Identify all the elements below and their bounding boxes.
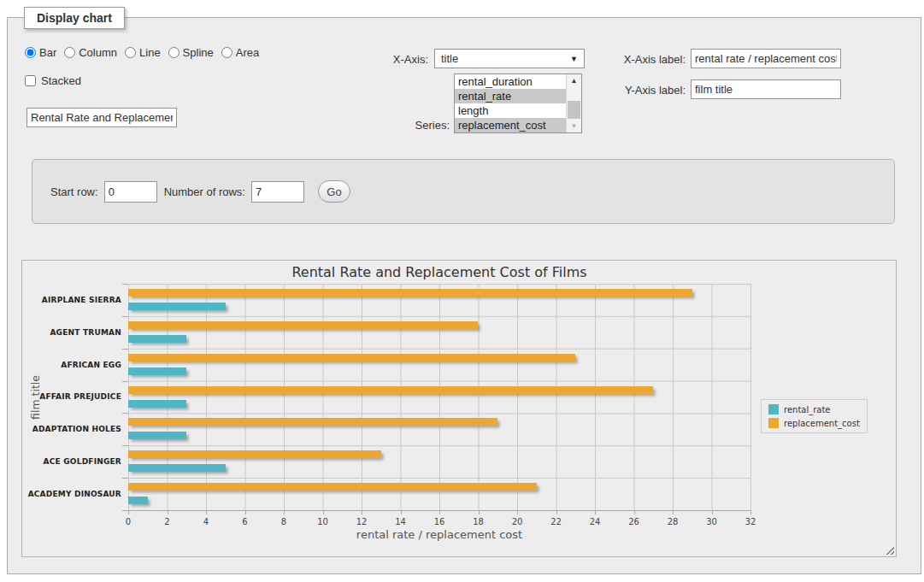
bar-replacement_cost[interactable] (128, 450, 381, 458)
chart-title-input[interactable] (26, 108, 177, 127)
resize-grip-icon[interactable] (884, 544, 894, 555)
chart-type-radio-area[interactable] (221, 47, 232, 58)
y-axis-label-input[interactable] (691, 79, 841, 99)
rows-form: Start row: Number of rows: Go (32, 159, 895, 224)
value-tick-label: 0 (113, 517, 144, 526)
chart-type-option-label: Spline (183, 46, 214, 59)
panel-legend: Display chart (24, 7, 125, 29)
value-tick-label: 26 (619, 517, 650, 526)
category-label: AFRICAN EGG (22, 349, 121, 381)
value-tick (634, 510, 635, 514)
stacked-checkbox[interactable] (25, 75, 36, 86)
legend-item-replacement_cost[interactable]: replacement_cost (768, 418, 860, 428)
plot-area (128, 284, 751, 511)
page: Display chart BarColumnLineSplineArea St… (0, 0, 924, 582)
bar-rental_rate[interactable] (128, 464, 226, 472)
chart-type-radio-spline[interactable] (168, 47, 180, 58)
chart-type-option-area[interactable]: Area (221, 46, 259, 59)
series-option-rental_duration[interactable]: rental_duration (455, 74, 566, 89)
value-tick (439, 510, 440, 514)
x-axis-selected-value: title (441, 52, 570, 65)
value-tick (168, 510, 168, 514)
chart-type-option-bar[interactable]: Bar (25, 46, 56, 59)
category-tick (122, 316, 128, 317)
bar-rental_rate[interactable] (128, 303, 226, 310)
category-band (128, 445, 750, 478)
category-tick (122, 478, 128, 479)
bar-rental_rate[interactable] (128, 497, 148, 504)
value-tick (712, 510, 713, 514)
bar-rental_rate[interactable] (128, 432, 186, 439)
scroll-up-icon[interactable]: ▲ (567, 74, 581, 87)
chart-type-radio-bar[interactable] (25, 47, 36, 58)
value-tick (128, 510, 129, 514)
bar-rental_rate[interactable] (128, 400, 186, 408)
legend-item-rental_rate[interactable]: rental_rate (768, 404, 860, 414)
value-tick (673, 510, 674, 514)
value-tick-label: 20 (502, 517, 533, 526)
scrollbar-thumb[interactable] (568, 101, 580, 119)
chart-type-option-label: Column (79, 46, 117, 59)
bar-rental_rate[interactable] (128, 335, 186, 343)
series-option-rental_rate[interactable]: rental_rate (455, 89, 566, 103)
x-axis-title: rental rate / replacement cost (128, 528, 750, 541)
start-row-label: Start row: (50, 185, 98, 198)
category-label: ACE GOLDFINGER (22, 445, 121, 478)
chart-title: Rental Rate and Replacement Cost of Film… (128, 264, 750, 280)
value-tick (401, 510, 402, 514)
value-tick (517, 510, 518, 514)
x-axis-select-label: X-Axis: (343, 53, 428, 66)
value-tick (323, 510, 324, 514)
series-option-length[interactable]: length (455, 103, 566, 118)
chart-type-radio-column[interactable] (64, 47, 75, 58)
x-axis-select[interactable]: title ▼ (434, 49, 585, 68)
bar-replacement_cost[interactable] (128, 289, 692, 297)
legend-label: replacement_cost (784, 419, 860, 428)
bar-replacement_cost[interactable] (128, 386, 653, 394)
series-listbox[interactable]: rental_durationrental_ratelengthreplacem… (454, 73, 582, 133)
value-tick (556, 510, 557, 514)
chart-type-option-label: Line (139, 46, 161, 59)
value-tick-label: 2 (152, 517, 183, 526)
category-tick (122, 413, 128, 414)
chart-type-radio-line[interactable] (125, 47, 136, 58)
chart-type-option-label: Area (236, 46, 259, 59)
category-band (128, 349, 750, 381)
bar-replacement_cost[interactable] (128, 483, 537, 491)
value-tick (284, 510, 285, 514)
series-option-replacement_cost[interactable]: replacement_cost (455, 118, 566, 132)
chart-type-option-column[interactable]: Column (64, 46, 117, 59)
category-tick (122, 284, 128, 285)
category-label: AGENT TRUMAN (22, 316, 121, 349)
bar-rental_rate[interactable] (128, 367, 186, 375)
value-tick-label: 24 (580, 517, 610, 526)
num-rows-input[interactable] (251, 181, 304, 203)
value-tick-label: 4 (191, 517, 221, 526)
value-tick-label: 14 (385, 517, 416, 526)
category-tick (122, 445, 128, 446)
category-label: AIRPLANE SIERRA (22, 284, 121, 316)
category-band (128, 478, 750, 510)
stacked-option[interactable]: Stacked (25, 74, 81, 87)
x-axis-label-input[interactable] (691, 49, 841, 68)
start-row-input[interactable] (104, 181, 157, 203)
chart-type-option-line[interactable]: Line (125, 46, 161, 59)
bar-replacement_cost[interactable] (128, 321, 478, 329)
bar-replacement_cost[interactable] (128, 354, 575, 362)
series-scrollbar[interactable]: ▲ ▼ (566, 74, 581, 132)
category-label: ACADEMY DINOSAUR (22, 478, 121, 510)
display-chart-panel: BarColumnLineSplineArea Stacked X-Axis: … (7, 17, 921, 574)
value-tick-label: 8 (268, 517, 299, 526)
bar-replacement_cost[interactable] (128, 418, 497, 426)
scrollbar-track[interactable] (567, 87, 581, 120)
series-select-label: Series: (364, 119, 450, 132)
scroll-down-icon[interactable]: ▼ (567, 120, 581, 132)
go-button[interactable]: Go (318, 180, 350, 203)
category-band (128, 316, 750, 349)
value-tick-label: 32 (735, 517, 766, 526)
chart-type-option-spline[interactable]: Spline (168, 46, 214, 59)
category-label: AFFAIR PREJUDICE (22, 381, 121, 414)
value-tick-label: 18 (463, 517, 494, 526)
value-tick-label: 10 (308, 517, 338, 526)
value-tick-label: 16 (424, 517, 455, 526)
